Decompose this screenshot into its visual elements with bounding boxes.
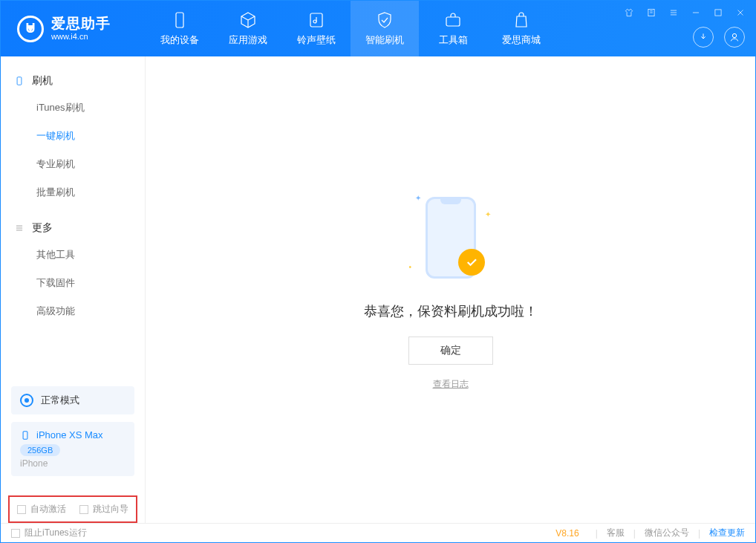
- device-card[interactable]: iPhone XS Max 256GB iPhone: [11, 422, 134, 476]
- app-name-en: www.i4.cn: [51, 32, 111, 41]
- mode-icon: [20, 394, 33, 407]
- user-button[interactable]: [724, 27, 745, 48]
- nav-apps[interactable]: 应用游戏: [214, 1, 282, 56]
- phone-icon: [14, 76, 25, 86]
- group-label: 更多: [32, 221, 53, 235]
- nav-label: 智能刷机: [365, 33, 404, 47]
- sidebar-item-oneclick[interactable]: 一键刷机: [1, 122, 145, 150]
- bag-icon: [512, 11, 530, 29]
- wechat-link[interactable]: 微信公众号: [645, 527, 689, 539]
- svg-point-6: [732, 33, 736, 37]
- app-body: 刷机 iTunes刷机 一键刷机 专业刷机 批量刷机 更多 其他工具 下载固件 …: [1, 56, 755, 523]
- nav-label: 铃声壁纸: [297, 33, 336, 47]
- svg-point-2: [313, 20, 316, 23]
- close-icon[interactable]: [734, 7, 746, 19]
- support-link[interactable]: 客服: [607, 527, 625, 539]
- checkbox-label: 跳过向导: [93, 503, 128, 516]
- shirt-icon[interactable]: [623, 7, 635, 19]
- check-icon: [458, 249, 485, 276]
- checkbox-skip-guide[interactable]: 跳过向导: [79, 503, 128, 516]
- window-controls: [623, 7, 746, 19]
- logo-icon: U: [17, 16, 44, 42]
- header-right-actions: [693, 27, 745, 48]
- maximize-icon[interactable]: [712, 7, 724, 19]
- status-bar: 阻止iTunes运行 V8.16 | 客服 | 微信公众号 | 检查更新: [1, 523, 755, 542]
- svg-rect-8: [23, 431, 27, 439]
- nav-label: 我的设备: [160, 33, 199, 47]
- checkbox-block-itunes[interactable]: 阻止iTunes运行: [11, 527, 87, 539]
- mode-card[interactable]: 正常模式: [11, 386, 134, 414]
- device-name: iPhone XS Max: [36, 429, 103, 440]
- nav-store[interactable]: 爱思商城: [487, 1, 555, 56]
- sidebar-item-itunes[interactable]: iTunes刷机: [1, 94, 145, 122]
- main-content: ✦✦• 恭喜您，保资料刷机成功啦！ 确定 查看日志: [146, 56, 755, 523]
- checkbox-icon: [79, 505, 88, 514]
- note-icon[interactable]: [645, 7, 657, 19]
- sidebar-group-more: 更多: [1, 217, 145, 241]
- nav-ringtone[interactable]: 铃声壁纸: [282, 1, 351, 56]
- sidebar-group-flash: 刷机: [1, 70, 145, 94]
- download-button[interactable]: [693, 27, 714, 48]
- checkbox-label: 自动激活: [30, 503, 66, 516]
- sidebar-item-other[interactable]: 其他工具: [1, 241, 145, 269]
- nav-label: 应用游戏: [229, 33, 267, 47]
- device-type: iPhone: [20, 458, 126, 469]
- logo: U 爱思助手 www.i4.cn: [1, 1, 146, 56]
- checkbox-auto-activate[interactable]: 自动激活: [17, 503, 66, 516]
- app-header: U 爱思助手 www.i4.cn 我的设备 应用游戏 铃声壁纸 智能刷机 工具箱: [1, 1, 755, 56]
- app-name-cn: 爱思助手: [51, 16, 111, 32]
- checkbox-icon: [17, 505, 26, 514]
- group-label: 刷机: [32, 74, 53, 88]
- toolbox-icon: [444, 11, 462, 29]
- sidebar-item-pro[interactable]: 专业刷机: [1, 150, 145, 178]
- sidebar-item-advanced[interactable]: 高级功能: [1, 297, 145, 325]
- check-update-link[interactable]: 检查更新: [709, 527, 745, 539]
- sidebar: 刷机 iTunes刷机 一键刷机 专业刷机 批量刷机 更多 其他工具 下载固件 …: [1, 56, 146, 523]
- device-icon: [171, 11, 189, 29]
- checkbox-label: 阻止iTunes运行: [25, 527, 87, 539]
- nav-toolbox[interactable]: 工具箱: [419, 1, 487, 56]
- nav-label: 工具箱: [439, 33, 468, 47]
- top-nav: 我的设备 应用游戏 铃声壁纸 智能刷机 工具箱 爱思商城: [146, 1, 555, 56]
- svg-rect-7: [17, 77, 22, 85]
- storage-badge: 256GB: [20, 444, 60, 456]
- ok-button[interactable]: 确定: [408, 336, 493, 365]
- sidebar-item-batch[interactable]: 批量刷机: [1, 178, 145, 207]
- cube-icon: [239, 11, 257, 29]
- phone-icon: [20, 430, 30, 440]
- success-illustration: ✦✦•: [414, 189, 488, 286]
- music-icon: [307, 11, 325, 29]
- nav-label: 爱思商城: [502, 33, 541, 47]
- checkbox-icon: [11, 529, 20, 538]
- view-log-link[interactable]: 查看日志: [433, 378, 469, 391]
- nav-flash[interactable]: 智能刷机: [351, 1, 419, 56]
- minimize-icon[interactable]: [690, 7, 702, 19]
- nav-my-device[interactable]: 我的设备: [146, 1, 214, 56]
- success-message: 恭喜您，保资料刷机成功啦！: [364, 302, 538, 320]
- mode-label: 正常模式: [41, 394, 79, 407]
- checkbox-highlight: 自动激活 跳过向导: [8, 495, 137, 523]
- sidebar-bottom: 正常模式 iPhone XS Max 256GB iPhone: [1, 386, 145, 492]
- svg-rect-5: [715, 10, 721, 16]
- list-icon: [14, 223, 25, 233]
- shield-icon: [376, 11, 394, 29]
- menu-icon[interactable]: [668, 7, 680, 19]
- svg-rect-3: [446, 17, 460, 26]
- svg-rect-0: [176, 13, 183, 27]
- sidebar-item-firmware[interactable]: 下载固件: [1, 269, 145, 297]
- version-label: V8.16: [555, 528, 579, 539]
